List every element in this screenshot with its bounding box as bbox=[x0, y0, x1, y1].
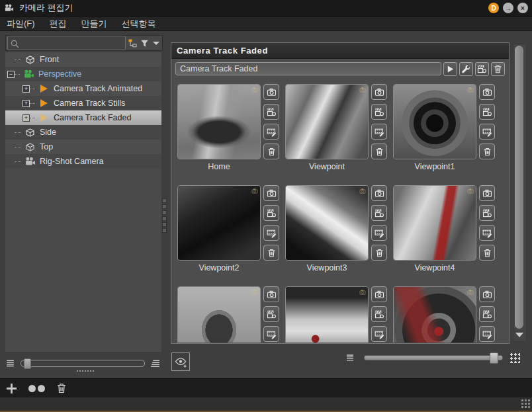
scrollbar-thumb[interactable] bbox=[515, 46, 523, 329]
clone-button[interactable] bbox=[28, 385, 45, 392]
eye-add-icon bbox=[174, 355, 187, 368]
scroll-down-icon[interactable] bbox=[515, 333, 523, 337]
tree-item-side[interactable]: Side bbox=[5, 125, 161, 140]
expand-icon[interactable]: + bbox=[22, 85, 30, 93]
viewpoint-thumbnail[interactable] bbox=[177, 185, 261, 261]
camera-button[interactable] bbox=[263, 286, 279, 302]
tree-item-perspective[interactable]: − Perspective bbox=[5, 67, 161, 81]
filmstrip-edit-button[interactable] bbox=[263, 124, 279, 140]
filmstrip-edit-button[interactable] bbox=[371, 326, 387, 342]
tree-item-camera-track-animated[interactable]: + Camera Track Animated bbox=[5, 81, 161, 96]
delete-track-button[interactable] bbox=[491, 62, 505, 76]
splitter-dots[interactable] bbox=[77, 370, 94, 372]
tree-item-camera-track-stills[interactable]: + Camera Track Stills bbox=[5, 96, 161, 110]
dock-button[interactable]: D bbox=[488, 3, 499, 13]
delete-button[interactable] bbox=[56, 382, 67, 394]
delete-viewpoint-button[interactable] bbox=[479, 245, 495, 261]
menu-edit[interactable]: 편집 bbox=[50, 18, 67, 30]
viewpoint-thumbnail[interactable] bbox=[393, 84, 476, 159]
film-camera-button[interactable] bbox=[263, 306, 279, 322]
film-camera-button[interactable] bbox=[263, 205, 279, 221]
create-viewpoint-button[interactable] bbox=[171, 352, 190, 371]
window-controls: D → × bbox=[488, 3, 528, 13]
film-camera-button[interactable] bbox=[479, 306, 495, 322]
viewpoint-cell: Viewpoint2 bbox=[177, 185, 285, 279]
filmstrip-edit-button[interactable] bbox=[479, 124, 495, 140]
camera-badge-icon bbox=[359, 188, 366, 194]
row-size-slider[interactable] bbox=[21, 360, 145, 367]
camera-button[interactable] bbox=[371, 286, 387, 302]
vertical-scrollbar[interactable] bbox=[513, 44, 527, 342]
slider-handle[interactable] bbox=[24, 358, 31, 369]
tree-item-camera-track-faded[interactable]: + Camera Track Faded bbox=[5, 110, 161, 125]
menu-create[interactable]: 만들기 bbox=[81, 18, 107, 30]
track-name-row bbox=[171, 59, 509, 79]
close-button[interactable]: × bbox=[517, 3, 528, 13]
tree-item-top[interactable]: Top bbox=[5, 140, 161, 154]
filmstrip-edit-button[interactable] bbox=[479, 326, 495, 342]
tree-item-rig-shot-camera[interactable]: Rig-Shot Camera bbox=[5, 154, 161, 169]
delete-viewpoint-button[interactable] bbox=[371, 144, 387, 159]
camera-button[interactable] bbox=[263, 185, 279, 201]
search-input[interactable] bbox=[7, 36, 126, 50]
filmstrip-edit-button[interactable] bbox=[371, 124, 387, 140]
film-camera-button[interactable] bbox=[371, 104, 387, 120]
track-name-input[interactable] bbox=[175, 62, 441, 75]
slider-handle[interactable] bbox=[490, 352, 498, 364]
filmstrip-edit-button[interactable] bbox=[263, 225, 279, 241]
resize-grip-icon[interactable] bbox=[521, 399, 530, 408]
viewpoint-thumbnail[interactable] bbox=[393, 185, 476, 261]
delete-viewpoint-button[interactable] bbox=[371, 245, 387, 261]
search-row bbox=[5, 35, 163, 51]
funnel-filter-icon[interactable] bbox=[139, 37, 151, 49]
menu-selection[interactable]: 선택항목 bbox=[122, 18, 156, 30]
play-button[interactable] bbox=[443, 62, 457, 76]
camera-track-icon bbox=[37, 98, 50, 108]
viewpoint-label: Viewpoint1 bbox=[393, 162, 476, 171]
camera-button[interactable] bbox=[371, 185, 387, 201]
create-track-button[interactable] bbox=[475, 62, 489, 76]
viewpoint-thumbnail[interactable] bbox=[177, 286, 261, 343]
wrench-button[interactable] bbox=[459, 62, 473, 76]
expand-icon[interactable]: + bbox=[22, 100, 30, 107]
viewpoint-thumbnail[interactable] bbox=[285, 84, 369, 159]
delete-viewpoint-button[interactable] bbox=[479, 144, 495, 159]
thumbnail-size-slider[interactable] bbox=[364, 355, 503, 360]
undock-button[interactable]: → bbox=[503, 3, 513, 13]
add-button[interactable] bbox=[5, 382, 18, 395]
film-camera-button[interactable] bbox=[371, 306, 387, 322]
menu-file[interactable]: 파일(F) bbox=[7, 18, 35, 30]
camera-button[interactable] bbox=[479, 185, 495, 201]
viewpoint-cell bbox=[285, 286, 393, 343]
grid-icon[interactable] bbox=[510, 352, 520, 363]
expand-icon[interactable]: + bbox=[22, 114, 30, 122]
camera-button[interactable] bbox=[479, 84, 495, 100]
delete-viewpoint-button[interactable] bbox=[263, 144, 279, 159]
film-camera-button[interactable] bbox=[479, 104, 495, 120]
collapse-icon[interactable]: − bbox=[7, 71, 15, 78]
viewpoint-thumbnail[interactable] bbox=[393, 286, 476, 343]
filmstrip-edit-button[interactable] bbox=[371, 225, 387, 241]
camera-button[interactable] bbox=[263, 84, 279, 100]
tree-item-front[interactable]: Front bbox=[5, 52, 161, 67]
movie-camera-icon bbox=[23, 156, 36, 167]
camera-badge-icon bbox=[251, 289, 258, 296]
film-camera-button[interactable] bbox=[263, 104, 279, 120]
list-icon[interactable] bbox=[345, 352, 356, 363]
camera-button[interactable] bbox=[479, 286, 495, 302]
thumbnail-size-slider-row bbox=[345, 352, 523, 364]
camera-badge-icon bbox=[251, 188, 258, 194]
camera-button[interactable] bbox=[371, 84, 387, 100]
hierarchy-filter-icon[interactable] bbox=[127, 37, 139, 49]
panel-splitter[interactable] bbox=[162, 198, 167, 233]
film-camera-button[interactable] bbox=[479, 205, 495, 221]
viewpoint-thumbnail[interactable] bbox=[285, 286, 369, 343]
row-size-slider-row bbox=[5, 354, 161, 372]
film-camera-button[interactable] bbox=[371, 205, 387, 221]
filmstrip-edit-button[interactable] bbox=[479, 225, 495, 241]
filmstrip-edit-button[interactable] bbox=[263, 326, 279, 342]
dropdown-arrow-icon[interactable] bbox=[150, 37, 162, 49]
viewpoint-thumbnail[interactable] bbox=[177, 84, 261, 159]
delete-viewpoint-button[interactable] bbox=[263, 245, 279, 261]
viewpoint-thumbnail[interactable] bbox=[285, 185, 369, 261]
